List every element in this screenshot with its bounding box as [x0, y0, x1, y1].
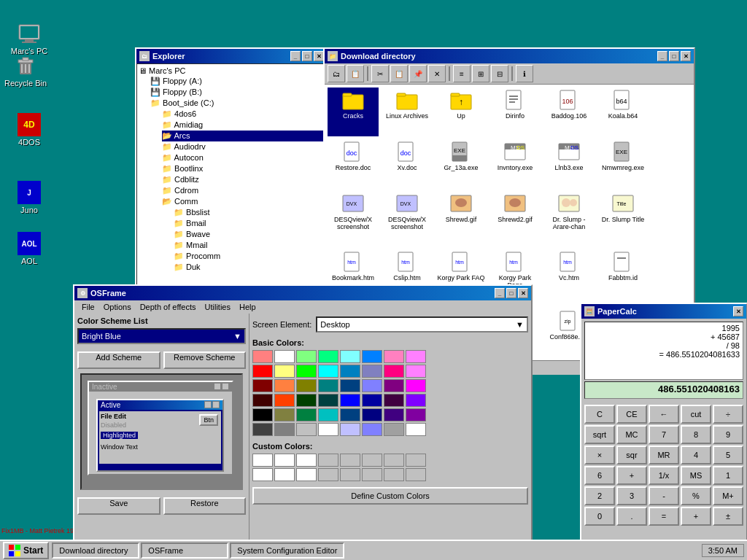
custom-color-swatch[interactable]: [362, 454, 382, 467]
osframe-minimize[interactable]: _: [495, 288, 505, 298]
marcs-pc-icon[interactable]: Marc's PC: [4, 22, 55, 55]
basic-color-swatch[interactable]: [252, 408, 273, 421]
custom-color-swatch[interactable]: [340, 468, 360, 481]
calc-button[interactable]: MC: [616, 425, 647, 444]
tree-arcs[interactable]: 📂 Arcs: [162, 131, 325, 141]
tree-procomm[interactable]: 📁 Procomm: [174, 251, 325, 262]
basic-color-swatch[interactable]: [406, 408, 426, 421]
menu-utilities[interactable]: Utilities: [201, 302, 235, 312]
calc-button[interactable]: sqrt: [584, 425, 615, 444]
download-close[interactable]: ✕: [681, 51, 691, 61]
toolbar-paste[interactable]: 📌: [409, 65, 427, 82]
file-invntory[interactable]: MSDS Invntory.exe: [489, 139, 541, 188]
tree-marcs-pc[interactable]: 🖥 Marc's PC: [139, 66, 325, 76]
toolbar-copy[interactable]: 📋: [390, 65, 408, 82]
calc-button[interactable]: =: [649, 507, 679, 526]
calc-button[interactable]: -: [649, 486, 679, 505]
basic-color-swatch[interactable]: [406, 379, 426, 392]
remove-scheme-button[interactable]: Remove Scheme: [163, 351, 247, 369]
file-linux-archives[interactable]: Linux Archives: [382, 88, 433, 136]
papercalc-close[interactable]: ✕: [733, 306, 743, 316]
basic-color-swatch[interactable]: [384, 408, 404, 421]
calc-button[interactable]: MS: [681, 466, 711, 485]
file-llnb3[interactable]: MSDS Llnb3.exe: [543, 139, 595, 188]
calc-button[interactable]: ←: [649, 405, 679, 424]
aol-icon[interactable]: AOL AOL: [4, 232, 55, 265]
basic-color-swatch[interactable]: [340, 423, 360, 436]
basic-color-swatch[interactable]: [296, 365, 317, 378]
file-cracks[interactable]: Cracks: [328, 88, 379, 136]
explorer-maximize[interactable]: □: [302, 51, 312, 61]
basic-color-swatch[interactable]: [252, 365, 273, 378]
basic-color-swatch[interactable]: [384, 365, 404, 378]
toolbar-view2[interactable]: ⊞: [472, 65, 489, 82]
tree-bmail[interactable]: 📁 Bmail: [174, 218, 325, 229]
custom-color-swatch[interactable]: [362, 468, 382, 481]
tree-bwave[interactable]: 📁 Bwave: [174, 229, 325, 240]
basic-color-swatch[interactable]: [274, 379, 295, 392]
basic-color-swatch[interactable]: [274, 394, 295, 407]
basic-color-swatch[interactable]: [318, 350, 338, 363]
add-scheme-button[interactable]: Add Scheme: [77, 351, 160, 369]
basic-color-swatch[interactable]: [340, 394, 360, 407]
file-drslump[interactable]: Dr. Slump - Arare-chan: [543, 191, 595, 247]
papercalc-titlebar[interactable]: 🧮 PaperCalc ✕: [581, 304, 746, 319]
tree-bootside-c[interactable]: 📁 Boot_side (C:): [150, 98, 325, 109]
calc-button[interactable]: +: [681, 507, 711, 526]
menu-file[interactable]: File: [77, 302, 99, 312]
calc-button[interactable]: 1/x: [649, 466, 679, 485]
custom-color-swatch[interactable]: [384, 454, 404, 467]
file-up[interactable]: ↑ Up: [436, 88, 487, 136]
download-minimize[interactable]: _: [657, 51, 667, 61]
basic-color-swatch[interactable]: [406, 423, 426, 436]
custom-color-swatch[interactable]: [252, 454, 273, 467]
custom-color-swatch[interactable]: [252, 468, 273, 481]
basic-color-swatch[interactable]: [296, 394, 317, 407]
file-fabbtm[interactable]: Fabbtm.id: [597, 249, 649, 306]
start-button[interactable]: Start: [3, 542, 49, 559]
basic-color-swatch[interactable]: [252, 423, 273, 436]
basic-color-swatch[interactable]: [362, 379, 382, 392]
file-xv[interactable]: doc Xv.doc: [382, 139, 433, 188]
file-nmwmreg[interactable]: EXE Nmwmreg.exe: [597, 139, 649, 188]
custom-color-swatch[interactable]: [384, 468, 404, 481]
calc-button[interactable]: cut: [681, 405, 711, 424]
explorer-titlebar[interactable]: 🗂 Explorer _ □ ✕: [136, 49, 327, 63]
tree-bootlinx[interactable]: 📁 Bootlinx: [162, 163, 325, 174]
basic-color-swatch[interactable]: [340, 408, 360, 421]
taskbar-osframe[interactable]: OSFrame: [141, 542, 228, 559]
file-drslump-title[interactable]: Title Dr. Slump Title: [597, 191, 649, 247]
basic-color-swatch[interactable]: [296, 379, 317, 392]
basic-color-swatch[interactable]: [318, 365, 338, 378]
basic-color-swatch[interactable]: [406, 365, 426, 378]
basic-color-swatch[interactable]: [318, 379, 338, 392]
explorer-close[interactable]: ✕: [314, 51, 324, 61]
calc-button[interactable]: 6: [584, 466, 615, 485]
define-colors-button[interactable]: Define Custom Colors: [252, 487, 528, 505]
file-koala[interactable]: b64 Koala.b64: [597, 88, 649, 136]
toolbar-prop[interactable]: ℹ: [516, 65, 533, 82]
basic-color-swatch[interactable]: [252, 350, 273, 363]
basic-color-swatch[interactable]: [318, 408, 338, 421]
toolbar-view3[interactable]: ⊟: [491, 65, 508, 82]
4dos-icon[interactable]: 4D 4DOS: [4, 113, 55, 147]
restore-button[interactable]: Restore: [163, 497, 247, 515]
file-dirinfo[interactable]: Dirinfo: [489, 88, 541, 136]
basic-color-swatch[interactable]: [318, 394, 338, 407]
calc-button[interactable]: sqr: [616, 446, 647, 464]
basic-color-swatch[interactable]: [274, 423, 295, 436]
basic-color-swatch[interactable]: [340, 365, 360, 378]
calc-button[interactable]: CE: [616, 405, 647, 424]
osframe-maximize[interactable]: □: [506, 288, 516, 298]
basic-color-swatch[interactable]: [296, 423, 317, 436]
screen-element-dropdown[interactable]: Desktop ▼: [316, 316, 528, 332]
custom-color-swatch[interactable]: [406, 468, 426, 481]
basic-color-swatch[interactable]: [340, 379, 360, 392]
tree-autocon[interactable]: 📁 Autocon: [162, 152, 325, 163]
calc-button[interactable]: MR: [649, 446, 679, 464]
save-button[interactable]: Save: [77, 497, 160, 515]
custom-color-swatch[interactable]: [274, 468, 295, 481]
calc-button[interactable]: .: [616, 507, 647, 526]
custom-color-swatch[interactable]: [318, 454, 338, 467]
basic-color-swatch[interactable]: [252, 394, 273, 407]
